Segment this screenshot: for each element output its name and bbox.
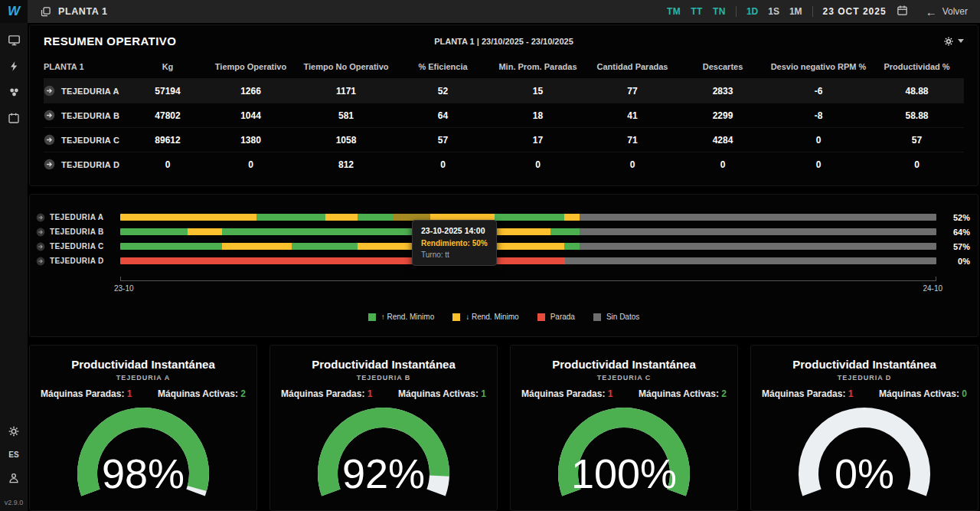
table-cell: -8 [767,110,870,121]
shift-filter-tn[interactable]: TN [713,6,726,17]
table-cell: 2833 [678,86,767,97]
plant-title: PLANTA 1 [58,6,108,17]
top-bar: W PLANTA 1 TM TT TN 1D 1S 1M 23 OCT 2025… [0,0,980,23]
unit-link[interactable]: TEJEDURIA D [44,159,129,170]
sidebar: ES v2.9.0 [0,23,28,511]
table-cell: 57194 [129,86,206,97]
timeline-percent: 0% [936,257,972,266]
period-filter-1m[interactable]: 1M [789,6,802,17]
table-cell: 71 [586,135,678,146]
panel-settings-button[interactable] [943,36,964,47]
calendar-icon[interactable] [897,5,908,18]
table-cell: 0 [586,159,678,170]
timeline-segment[interactable] [495,243,564,250]
timeline-segment[interactable] [222,243,292,250]
table-cell: 812 [296,159,397,170]
timeline-segment[interactable] [325,214,358,221]
machines-icon[interactable] [8,86,21,99]
legend-item[interactable]: Parada [537,313,575,321]
card-title: Productividad Instantánea [30,358,256,371]
app-logo[interactable]: W [0,0,28,23]
timeline-row: TEJEDURIA A52% [36,210,972,224]
timeline-row-label[interactable]: TEJEDURIA A [36,213,120,222]
timeline-segment[interactable] [565,257,936,264]
table-cell: 57 [397,135,489,146]
table-row: TEJEDURIA A57194126611715215772833-648.8… [44,78,964,103]
timeline-bar [120,214,936,221]
table-cell: 0 [206,159,296,170]
timeline-bar [120,257,936,264]
calendar-icon[interactable] [8,112,20,124]
timeline-segment[interactable] [256,214,325,221]
table-cell: 1171 [296,86,397,97]
column-header: Cantidad Paradas [586,62,678,71]
period-filter-1d[interactable]: 1D [746,6,758,17]
machines-active: Máquinas Activas: 0 [879,388,967,399]
table-cell: 581 [296,110,397,121]
date-display[interactable]: 23 OCT 2025 [823,6,887,17]
bolt-icon[interactable] [8,60,20,73]
legend-item[interactable]: ↑ Rend. Minimo [368,313,434,321]
column-header: Tiempo No Operativo [296,62,397,71]
table-cell: 0 [397,159,489,170]
summary-table: PLANTA 1KgTiempo OperativoTiempo No Oper… [30,54,978,185]
monitor-icon[interactable] [8,34,21,47]
table-cell: 1058 [296,135,397,146]
app-version: v2.9.0 [5,499,24,506]
language-selector[interactable]: ES [8,450,18,459]
row-arrow-icon [36,257,45,266]
back-button[interactable]: ← Volver [926,5,968,18]
unit-link[interactable]: TEJEDURIA B [44,110,129,121]
timeline-panel: TEJEDURIA A52% TEJEDURIA B64% TEJEDURIA … [29,194,978,337]
timeline-segment[interactable] [292,243,358,250]
row-arrow-icon [36,242,45,251]
legend-item[interactable]: Sin Datos [593,313,639,321]
timeline-row-label[interactable]: TEJEDURIA D [36,257,120,266]
unit-link[interactable]: TEJEDURIA C [44,134,129,146]
timeline-segment[interactable] [564,243,580,250]
shift-filter-tt[interactable]: TT [691,6,703,17]
chart-legend: ↑ Rend. Minimo↓ Rend. MinimoParadaSin Da… [36,313,972,321]
timeline-segment[interactable] [358,214,393,221]
table-cell: 0 [489,159,586,170]
timeline-segment[interactable] [580,228,936,235]
table-cell: 2299 [678,110,767,121]
timeline-segment[interactable] [495,214,564,221]
timeline-segment[interactable] [120,243,222,250]
table-cell: 41 [586,110,678,121]
gauge-value: 0% [835,450,894,496]
user-icon[interactable] [8,472,20,484]
legend-item[interactable]: ↓ Rend. Minimo [452,313,518,321]
card-unit: TEJEDURIA B [270,374,497,382]
timeline-percent: 57% [936,242,972,251]
productivity-card: Productividad InstantáneaTEJEDURIA DMáqu… [750,345,978,511]
productivity-gauge: 92% [299,399,468,506]
timeline-percent: 64% [936,228,972,237]
timeline-segment[interactable] [580,214,936,221]
column-header: Descartes [678,62,767,71]
settings-gear-icon[interactable] [8,425,20,437]
timeline-segment[interactable] [188,228,222,235]
gauge-value: 100% [571,450,677,496]
table-cell: 58.88 [870,110,964,121]
machines-stopped: Máquinas Paradas: 1 [281,388,372,399]
timeline-segment[interactable] [120,228,188,235]
table-cell: 17 [489,135,586,146]
table-cell: 1380 [206,135,296,146]
card-unit: TEJEDURIA D [751,374,978,382]
card-title: Productividad Instantánea [511,358,737,371]
unit-link[interactable]: TEJEDURIA A [44,85,129,97]
table-cell: 57 [870,135,964,146]
timeline-segment[interactable] [580,243,936,250]
timeline-segment[interactable] [564,214,580,221]
timeline-row-label[interactable]: TEJEDURIA B [36,228,120,237]
timeline-segment[interactable] [120,257,565,264]
productivity-gauge: 0% [780,399,949,506]
divider [736,6,737,17]
timeline-segment[interactable] [550,228,580,235]
timeline-segment[interactable] [120,214,256,221]
timeline-row-label[interactable]: TEJEDURIA C [36,242,120,251]
timeline-segment[interactable] [495,228,550,235]
period-filter-1s[interactable]: 1S [768,6,779,17]
shift-filter-tm[interactable]: TM [667,6,681,17]
